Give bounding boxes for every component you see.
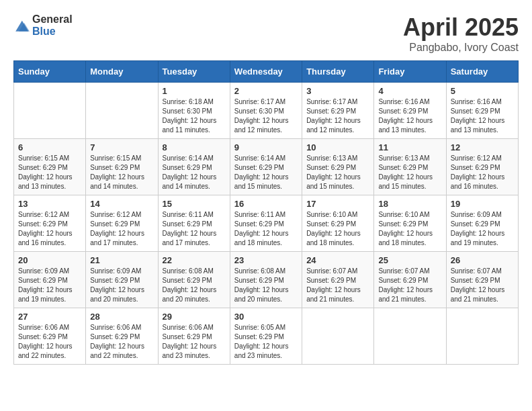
calendar-cell: 3Sunrise: 6:17 AM Sunset: 6:29 PM Daylig… (302, 83, 374, 139)
calendar-week-5: 27Sunrise: 6:06 AM Sunset: 6:29 PM Dayli… (14, 308, 519, 365)
calendar-cell: 2Sunrise: 6:17 AM Sunset: 6:30 PM Daylig… (230, 83, 302, 139)
day-info: Sunrise: 6:14 AM Sunset: 6:29 PM Dayligh… (234, 154, 298, 191)
day-info: Sunrise: 6:13 AM Sunset: 6:29 PM Dayligh… (378, 154, 441, 191)
day-number: 17 (306, 199, 369, 209)
day-info: Sunrise: 6:17 AM Sunset: 6:30 PM Dayligh… (234, 97, 298, 135)
logo-blue: Blue (32, 26, 73, 38)
calendar-cell: 7Sunrise: 6:15 AM Sunset: 6:29 PM Daylig… (86, 139, 158, 195)
main-title: April 2025 (403, 13, 519, 42)
calendar-cell: 20Sunrise: 6:09 AM Sunset: 6:29 PM Dayli… (14, 252, 86, 308)
day-number: 18 (378, 199, 441, 209)
day-number: 7 (90, 142, 153, 152)
day-info: Sunrise: 6:06 AM Sunset: 6:29 PM Dayligh… (18, 323, 81, 361)
calendar-cell: 30Sunrise: 6:05 AM Sunset: 6:29 PM Dayli… (230, 308, 302, 365)
day-info: Sunrise: 6:12 AM Sunset: 6:29 PM Dayligh… (451, 154, 514, 191)
calendar-cell (302, 308, 374, 365)
calendar-cell: 19Sunrise: 6:09 AM Sunset: 6:29 PM Dayli… (446, 195, 518, 252)
calendar-cell: 1Sunrise: 6:18 AM Sunset: 6:30 PM Daylig… (158, 83, 230, 139)
calendar-cell: 22Sunrise: 6:08 AM Sunset: 6:29 PM Dayli… (158, 252, 230, 308)
calendar-cell: 9Sunrise: 6:14 AM Sunset: 6:29 PM Daylig… (230, 139, 302, 195)
day-info: Sunrise: 6:12 AM Sunset: 6:29 PM Dayligh… (18, 210, 81, 248)
day-number: 25 (378, 255, 441, 265)
col-header-thursday: Thursday (302, 61, 374, 83)
day-number: 15 (163, 199, 226, 209)
day-info: Sunrise: 6:05 AM Sunset: 6:29 PM Dayligh… (234, 323, 298, 361)
day-number: 11 (378, 142, 441, 152)
calendar-cell: 24Sunrise: 6:07 AM Sunset: 6:29 PM Dayli… (302, 252, 374, 308)
calendar-cell: 17Sunrise: 6:10 AM Sunset: 6:29 PM Dayli… (302, 195, 374, 252)
day-number: 22 (163, 255, 226, 265)
calendar-cell (14, 83, 86, 139)
day-info: Sunrise: 6:11 AM Sunset: 6:29 PM Dayligh… (163, 210, 226, 248)
calendar-cell: 27Sunrise: 6:06 AM Sunset: 6:29 PM Dayli… (14, 308, 86, 365)
day-info: Sunrise: 6:11 AM Sunset: 6:29 PM Dayligh… (234, 210, 298, 248)
day-info: Sunrise: 6:09 AM Sunset: 6:29 PM Dayligh… (18, 267, 81, 304)
day-number: 1 (163, 86, 226, 96)
day-info: Sunrise: 6:15 AM Sunset: 6:29 PM Dayligh… (18, 154, 81, 191)
logo: General Blue (13, 13, 73, 37)
calendar-cell: 26Sunrise: 6:07 AM Sunset: 6:29 PM Dayli… (446, 252, 518, 308)
day-number: 4 (378, 86, 441, 96)
day-number: 24 (306, 255, 369, 265)
day-number: 26 (451, 255, 514, 265)
calendar-cell: 23Sunrise: 6:08 AM Sunset: 6:29 PM Dayli… (230, 252, 302, 308)
calendar-cell: 4Sunrise: 6:16 AM Sunset: 6:29 PM Daylig… (374, 83, 446, 139)
day-number: 5 (451, 86, 514, 96)
day-number: 9 (234, 142, 298, 152)
calendar-cell: 15Sunrise: 6:11 AM Sunset: 6:29 PM Dayli… (158, 195, 230, 252)
day-info: Sunrise: 6:14 AM Sunset: 6:29 PM Dayligh… (163, 154, 226, 191)
col-header-friday: Friday (374, 61, 446, 83)
day-info: Sunrise: 6:18 AM Sunset: 6:30 PM Dayligh… (163, 97, 226, 135)
calendar-week-3: 13Sunrise: 6:12 AM Sunset: 6:29 PM Dayli… (14, 195, 519, 252)
logo-text: General Blue (32, 13, 73, 37)
day-number: 16 (234, 199, 298, 209)
calendar-cell: 8Sunrise: 6:14 AM Sunset: 6:29 PM Daylig… (158, 139, 230, 195)
calendar-cell: 5Sunrise: 6:16 AM Sunset: 6:29 PM Daylig… (446, 83, 518, 139)
calendar-cell: 13Sunrise: 6:12 AM Sunset: 6:29 PM Dayli… (14, 195, 86, 252)
day-number: 27 (18, 312, 81, 322)
day-number: 28 (90, 312, 153, 322)
day-info: Sunrise: 6:07 AM Sunset: 6:29 PM Dayligh… (451, 267, 514, 304)
day-info: Sunrise: 6:16 AM Sunset: 6:29 PM Dayligh… (451, 97, 514, 135)
calendar-table: SundayMondayTuesdayWednesdayThursdayFrid… (13, 60, 519, 365)
logo-general: General (32, 13, 73, 26)
day-info: Sunrise: 6:10 AM Sunset: 6:29 PM Dayligh… (306, 210, 369, 248)
col-header-sunday: Sunday (14, 61, 86, 83)
day-info: Sunrise: 6:06 AM Sunset: 6:29 PM Dayligh… (163, 323, 226, 361)
calendar-cell: 29Sunrise: 6:06 AM Sunset: 6:29 PM Dayli… (158, 308, 230, 365)
day-info: Sunrise: 6:08 AM Sunset: 6:29 PM Dayligh… (234, 267, 298, 304)
calendar-header-row: SundayMondayTuesdayWednesdayThursdayFrid… (14, 61, 519, 83)
calendar-cell (86, 83, 158, 139)
day-number: 19 (451, 199, 514, 209)
title-area: April 2025 Pangbabo, Ivory Coast (403, 13, 519, 54)
day-info: Sunrise: 6:09 AM Sunset: 6:29 PM Dayligh… (90, 267, 153, 304)
calendar-cell: 10Sunrise: 6:13 AM Sunset: 6:29 PM Dayli… (302, 139, 374, 195)
col-header-tuesday: Tuesday (158, 61, 230, 83)
day-info: Sunrise: 6:09 AM Sunset: 6:29 PM Dayligh… (451, 210, 514, 248)
col-header-saturday: Saturday (446, 61, 518, 83)
calendar-cell: 16Sunrise: 6:11 AM Sunset: 6:29 PM Dayli… (230, 195, 302, 252)
subtitle: Pangbabo, Ivory Coast (403, 42, 519, 54)
day-number: 13 (18, 199, 81, 209)
day-number: 3 (306, 86, 369, 96)
day-info: Sunrise: 6:16 AM Sunset: 6:29 PM Dayligh… (378, 97, 441, 135)
calendar-cell (446, 308, 518, 365)
day-number: 6 (18, 142, 81, 152)
day-info: Sunrise: 6:08 AM Sunset: 6:29 PM Dayligh… (163, 267, 226, 304)
day-number: 20 (18, 255, 81, 265)
calendar-cell: 11Sunrise: 6:13 AM Sunset: 6:29 PM Dayli… (374, 139, 446, 195)
calendar-cell: 28Sunrise: 6:06 AM Sunset: 6:29 PM Dayli… (86, 308, 158, 365)
col-header-monday: Monday (86, 61, 158, 83)
calendar-cell: 6Sunrise: 6:15 AM Sunset: 6:29 PM Daylig… (14, 139, 86, 195)
header: General Blue April 2025 Pangbabo, Ivory … (13, 13, 519, 54)
day-number: 14 (90, 199, 153, 209)
day-info: Sunrise: 6:15 AM Sunset: 6:29 PM Dayligh… (90, 154, 153, 191)
logo-icon (13, 17, 30, 34)
calendar-week-2: 6Sunrise: 6:15 AM Sunset: 6:29 PM Daylig… (14, 139, 519, 195)
day-number: 21 (90, 255, 153, 265)
day-info: Sunrise: 6:17 AM Sunset: 6:29 PM Dayligh… (306, 97, 369, 135)
col-header-wednesday: Wednesday (230, 61, 302, 83)
calendar-cell: 25Sunrise: 6:07 AM Sunset: 6:29 PM Dayli… (374, 252, 446, 308)
day-number: 8 (163, 142, 226, 152)
day-info: Sunrise: 6:07 AM Sunset: 6:29 PM Dayligh… (378, 267, 441, 304)
